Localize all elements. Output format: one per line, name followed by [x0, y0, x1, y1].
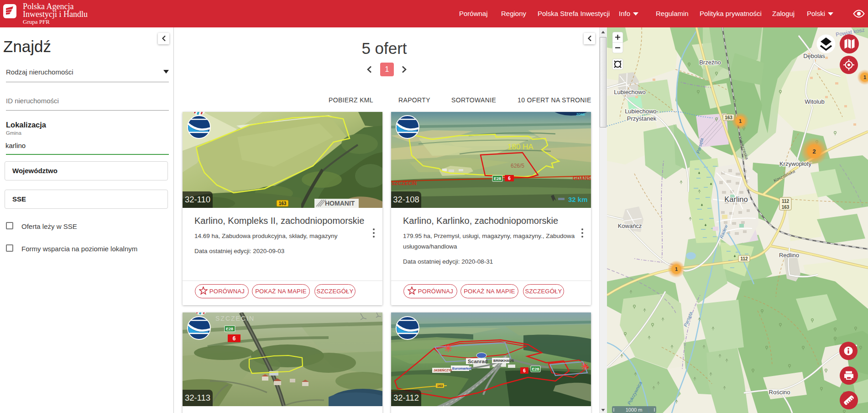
svg-text:6: 6	[508, 176, 511, 181]
svg-text:2: 2	[812, 148, 816, 155]
svg-text:180 HA: 180 HA	[507, 143, 533, 151]
svg-text:Kowańcz: Kowańcz	[618, 222, 642, 229]
svg-text:626/5: 626/5	[511, 163, 524, 169]
svg-text:163: 163	[782, 205, 790, 210]
svg-text:JASIEŃCZYK: JASIEŃCZYK	[434, 368, 452, 372]
svg-text:E28: E28	[226, 327, 233, 331]
svg-text:163: 163	[725, 115, 732, 120]
svg-text:Lubiechowo: Lubiechowo	[614, 89, 645, 95]
svg-text:Euromarket: Euromarket	[452, 366, 471, 371]
svg-text:6: 6	[233, 335, 236, 342]
svg-text:1: 1	[675, 266, 678, 272]
svg-text:BRINKHAUS: BRINKHAUS	[493, 359, 514, 363]
svg-text:112: 112	[740, 256, 748, 261]
svg-text:Lubiechowo-: Lubiechowo-	[625, 108, 659, 115]
svg-text:Dębolas: Dębolas	[803, 53, 825, 59]
svg-text:E28: E28	[494, 176, 501, 181]
svg-text:1: 1	[863, 74, 866, 80]
svg-text:32 km: 32 km	[568, 196, 588, 203]
svg-text:163: 163	[279, 201, 287, 206]
svg-text:163: 163	[437, 384, 443, 388]
svg-text:SZCZECIN: SZCZECIN	[392, 180, 417, 186]
svg-text:Redlino: Redlino	[779, 252, 799, 259]
svg-text:Brzeźno: Brzeźno	[699, 59, 721, 66]
svg-text:1000 m: 1000 m	[626, 407, 643, 413]
svg-text:GDANSK: GDANSK	[573, 175, 591, 181]
svg-text:6: 6	[523, 368, 526, 373]
svg-text:Karlino: Karlino	[724, 195, 748, 203]
svg-text:HOMANIT: HOMANIT	[325, 200, 355, 207]
svg-text:Przystanek: Przystanek	[627, 115, 657, 122]
svg-text:112: 112	[782, 199, 790, 204]
svg-text:Rościno: Rościno	[769, 389, 790, 396]
svg-text:1: 1	[739, 118, 742, 124]
svg-text:Scanrad: Scanrad	[468, 359, 487, 364]
svg-text:E28: E28	[532, 367, 539, 371]
svg-text:ZONE: ZONE	[576, 113, 586, 116]
svg-text:SZCZECIN: SZCZECIN	[215, 315, 255, 322]
svg-text:Witolub: Witolub	[805, 98, 824, 105]
